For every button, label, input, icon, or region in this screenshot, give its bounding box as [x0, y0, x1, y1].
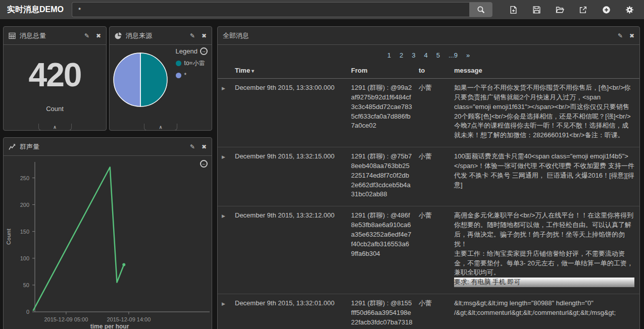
page-link[interactable]: 2 [400, 51, 403, 59]
svg-text:2015-12-09 05:00: 2015-12-09 05:00 [44, 316, 88, 322]
panel-title: 群声量 [20, 142, 39, 151]
expand-row-icon[interactable]: ▶ [222, 83, 235, 140]
legend-item[interactable]: * [176, 72, 208, 79]
close-panel-icon[interactable]: ✖ [629, 33, 634, 39]
pie-legend: Legend → to=小雷 * [176, 47, 208, 79]
cell-time: December 9th 2015, 13:32:01.000 [235, 299, 351, 329]
save-dashboard-icon[interactable] [532, 6, 541, 14]
legend-color-dot [176, 73, 181, 78]
cell-message: 100面额话费充值卡只需40<span class="emoji emoji1f… [454, 152, 634, 199]
search-icon [477, 6, 485, 14]
new-dashboard-icon[interactable] [509, 6, 518, 14]
panel-title: 消息总量 [20, 31, 46, 40]
pie-slice-to[interactable] [140, 53, 167, 106]
search-form [72, 2, 492, 17]
cell-time: December 9th 2015, 13:32:15.000 [235, 152, 351, 199]
page-link[interactable]: 5 [436, 51, 440, 59]
svg-text:200: 200 [20, 202, 29, 208]
cell-from: 1291 (群聊) : @99a2af9275b92d1f6484cf3c3c4… [351, 83, 419, 140]
svg-text:time per hour: time per hour [90, 323, 129, 329]
legend-item[interactable]: to=小雷 [176, 59, 208, 68]
cell-to: 小蕾 [419, 299, 454, 329]
cell-to: 小蕾 [419, 83, 454, 140]
metric-value: 420 [4, 58, 106, 91]
line-chart-icon [9, 143, 16, 150]
column-header-message[interactable]: message [454, 67, 634, 74]
svg-text:Count: Count [6, 229, 12, 245]
metric-body: 420 Count [4, 58, 106, 113]
cell-message: &lt;msg&gt;&lt;img length="80988" hdleng… [454, 299, 634, 329]
svg-text:0: 0 [26, 309, 29, 315]
close-panel-icon[interactable]: ✖ [202, 33, 207, 39]
panel-message-total: 消息总量 ✎ ✖ 420 Count ∧ [3, 26, 107, 131]
expand-row-icon[interactable]: ▶ [222, 152, 235, 199]
expand-column-spacer [222, 67, 235, 74]
cell-time: December 9th 2015, 13:32:12.000 [235, 211, 351, 287]
line-chart-area: ← 0501001502002502015-12-09 05:002015-12… [4, 156, 212, 329]
close-panel-icon[interactable]: ✖ [202, 144, 207, 150]
panel-header: 全部消息 ✎ ✖ [218, 27, 639, 45]
collapse-panel-button[interactable]: ∧ [144, 124, 177, 131]
pie-slice-all[interactable] [114, 53, 140, 106]
search-input[interactable] [72, 2, 469, 17]
svg-text:2015-12-09 14:00: 2015-12-09 14:00 [107, 316, 151, 322]
edit-panel-icon[interactable]: ✎ [618, 33, 623, 39]
page-link[interactable]: 3 [412, 51, 415, 59]
cell-to: 小蕾 [419, 152, 454, 199]
column-header-time[interactable]: Time▾ [235, 67, 351, 74]
panel-header: 消息总量 ✎ ✖ [4, 27, 106, 45]
cell-from: 1291 (群聊) : @8155fff50d66aa3954198e22fac… [351, 299, 419, 329]
page-link[interactable]: 1 [387, 51, 391, 59]
panel-all-messages: 全部消息 ✎ ✖ 12345...9» Time▾ From to messag… [217, 26, 640, 329]
chart-legend-toggle-icon[interactable]: ← [200, 160, 208, 168]
message-line: 100面额话费充值卡只需40<span class="emoji emoji1f… [454, 152, 634, 190]
message-line: 高佣金多元化兼职平台<br/>万人在线平台！！在这里你将得到你想要的。随时随地都… [454, 211, 634, 249]
options-gear-icon[interactable] [625, 6, 634, 14]
table-header-row: Time▾ From to message [218, 60, 639, 79]
legend-title: Legend → [176, 47, 208, 55]
dashboard-title: 实时消息DEMO [7, 5, 64, 15]
svg-text:150: 150 [20, 229, 29, 235]
page-link[interactable]: ...9 [449, 51, 458, 59]
table-row: ▶ December 9th 2015, 13:32:15.000 1291 (… [218, 147, 639, 206]
cell-time: December 9th 2015, 13:33:00.000 [235, 83, 351, 140]
close-panel-icon[interactable]: ✖ [96, 33, 101, 39]
message-line: &lt;msg&gt;&lt;img length="80988" hdleng… [454, 299, 634, 318]
expand-row-icon[interactable]: ▶ [222, 299, 235, 329]
metric-table-icon [9, 32, 16, 39]
add-visualization-icon[interactable] [602, 6, 611, 14]
table-row: ▶ December 9th 2015, 13:32:12.000 1291 (… [218, 206, 639, 294]
panel-title: 全部消息 [223, 31, 249, 40]
share-dashboard-icon[interactable] [579, 6, 587, 14]
message-line-highlighted: 要求: 有电脑 手机 即可 [454, 278, 634, 287]
panel-message-source: 消息来源 ✎ ✖ Legend → to=小雷 * ∧ [109, 26, 212, 131]
pie-body: Legend → to=小雷 * [110, 45, 212, 130]
panel-header: 群声量 ✎ ✖ [4, 138, 212, 156]
cell-from: 1291 (群聊) : @75b78eeb408aa763bb25225174e… [351, 152, 419, 199]
collapse-panel-button[interactable]: ∧ [38, 124, 72, 131]
cell-to: 小蕾 [419, 211, 454, 287]
message-line: 如果一个平台不用你发货不用你囤货不用你售后，[色]<br/>你只要负责推广销售就… [454, 83, 634, 140]
column-header-to[interactable]: to [419, 67, 454, 74]
legend-collapse-icon[interactable]: → [200, 47, 208, 55]
expand-row-icon[interactable]: ▶ [222, 211, 235, 287]
search-button[interactable] [469, 2, 492, 17]
column-header-from[interactable]: From [351, 67, 419, 74]
sort-desc-icon: ▾ [252, 68, 254, 74]
pie-chart[interactable] [112, 51, 169, 108]
page-link[interactable]: 4 [424, 51, 427, 59]
line-chart[interactable]: 0501001502002502015-12-09 05:002015-12-0… [4, 156, 212, 329]
edit-panel-icon[interactable]: ✎ [190, 144, 195, 150]
page-link[interactable]: » [466, 51, 470, 59]
svg-text:100: 100 [20, 255, 29, 261]
edit-panel-icon[interactable]: ✎ [190, 33, 195, 39]
panel-title: 消息来源 [126, 31, 152, 40]
toolbar [509, 6, 634, 14]
svg-text:50: 50 [23, 282, 29, 288]
cell-from: 1291 (群聊) : @486f8e53fb8ae6a910ca6a35e63… [351, 211, 419, 287]
table-row: ▶ December 9th 2015, 13:32:01.000 1291 (… [218, 294, 639, 329]
table-row: ▶ December 9th 2015, 13:33:00.000 1291 (… [218, 79, 639, 147]
pie-chart-icon [115, 32, 122, 39]
edit-panel-icon[interactable]: ✎ [84, 33, 89, 39]
open-dashboard-icon[interactable] [556, 6, 564, 14]
